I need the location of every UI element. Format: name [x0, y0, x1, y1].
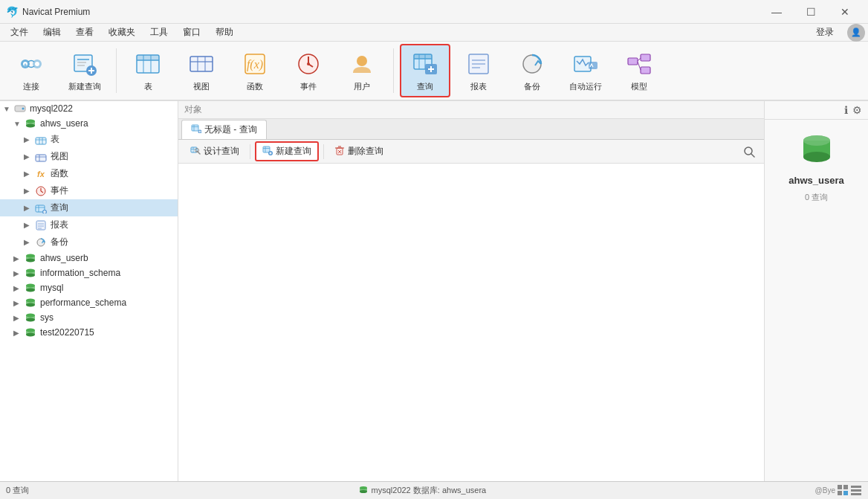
svg-point-74: [26, 259, 35, 263]
tree-label-info: information_schema: [40, 268, 175, 278]
func-icon: f(x): [240, 49, 270, 79]
tree-item-ahws-usera[interactable]: ▼ ahws_usera: [0, 116, 178, 131]
svg-rect-42: [628, 58, 638, 65]
toolbar-table-button[interactable]: 表: [123, 44, 173, 97]
db-count: 0 查询: [805, 192, 828, 203]
tree-item-table[interactable]: ▶ 表: [0, 131, 178, 148]
svg-rect-41: [589, 62, 597, 69]
svg-point-119: [360, 490, 367, 493]
toolbar-newquery-button[interactable]: 新建查询: [59, 44, 110, 97]
tree-item-backup[interactable]: ▶ 备份: [0, 234, 178, 251]
toolbar-event-button[interactable]: 事件: [283, 44, 334, 97]
app-title: Navicat Premium: [22, 7, 760, 17]
toolbar-auto-button[interactable]: 自动运行: [560, 44, 611, 97]
tab-notitle[interactable]: 无标题 - 查询: [181, 120, 267, 139]
svg-rect-16: [137, 55, 159, 60]
tree-item-func[interactable]: ▶ fx 函数: [0, 165, 178, 182]
tree-arrow-event: ▶: [24, 187, 34, 195]
tree-label-mysql: mysql: [40, 283, 175, 293]
folder-event-icon: [34, 186, 48, 196]
toolbar-user-button[interactable]: 用户: [337, 44, 387, 97]
tree-arrow-info: ▶: [13, 269, 24, 277]
tree-arrow-query: ▶: [24, 204, 34, 212]
tree-label-query: 查询: [51, 202, 175, 214]
grid-icon-1[interactable]: [837, 484, 849, 498]
db-icon-ahws-usera: [24, 118, 37, 129]
tree-label-report: 报表: [51, 219, 175, 231]
backup-icon: [517, 49, 547, 79]
tree-item-mysql2022[interactable]: ▼ mysql2022: [0, 101, 178, 116]
toolbar-auto-label: 自动运行: [569, 81, 602, 92]
tree-item-sys[interactable]: ▶ sys: [0, 310, 178, 325]
tree-item-perf-schema[interactable]: ▶ performance_schema: [0, 295, 178, 310]
minimize-button[interactable]: —: [760, 0, 794, 24]
folder-view-icon: [34, 152, 48, 162]
new-query-subtool-button[interactable]: 新建查询: [255, 141, 319, 161]
menu-item-favorites[interactable]: 收藏夹: [101, 25, 143, 40]
svg-rect-123: [843, 491, 848, 495]
folder-table-icon: [34, 135, 48, 145]
close-button[interactable]: ✕: [828, 0, 862, 24]
svg-point-3: [35, 62, 39, 66]
server-icon: [13, 103, 27, 114]
tree-item-test[interactable]: ▶ test20220715: [0, 325, 178, 340]
login-button[interactable]: 登录: [809, 25, 841, 40]
tree-label-event: 事件: [51, 184, 175, 197]
tree-item-event[interactable]: ▶ 事件: [0, 182, 178, 199]
menu-item-view[interactable]: 查看: [68, 25, 101, 40]
svg-rect-32: [414, 54, 432, 59]
design-query-button[interactable]: 设计查询: [184, 143, 245, 160]
sidebar: ▼ mysql2022 ▼ ahws_usera: [0, 101, 178, 481]
tree-item-query[interactable]: ▶ 查询: [0, 199, 178, 216]
toolbar-user-label: 用户: [354, 81, 370, 92]
main-area: ▼ mysql2022 ▼ ahws_usera: [0, 101, 868, 481]
menu-item-edit[interactable]: 编辑: [36, 25, 68, 40]
tree-item-ahws-userb[interactable]: ▶ ahws_userb: [0, 251, 178, 265]
toolbar-report-button[interactable]: 报表: [453, 44, 504, 97]
folder-func-icon: fx: [34, 169, 48, 179]
svg-rect-17: [190, 57, 213, 71]
db-icon-perf: [24, 297, 37, 308]
menu-item-tools[interactable]: 工具: [143, 25, 175, 40]
toolbar-newquery-label: 新建查询: [68, 81, 101, 92]
toolbar-connect-button[interactable]: + 连接: [6, 44, 56, 97]
menu-item-file[interactable]: 文件: [3, 25, 36, 40]
db-big-icon: [798, 132, 835, 169]
query-icon: [410, 49, 440, 79]
connect-icon: +: [16, 49, 46, 79]
tree-arrow-mysql2022: ▼: [3, 105, 13, 113]
status-right: mysql2022 数据库: ahws_usera: [358, 485, 487, 496]
db-icon-ahws-userb: [24, 253, 37, 263]
grid-icon-2[interactable]: [850, 484, 862, 498]
svg-rect-120: [838, 485, 842, 489]
folder-backup-icon: [34, 237, 48, 248]
toolbar-backup-button[interactable]: 备份: [507, 44, 557, 97]
subtoolbar: 设计查询 新建查询: [178, 140, 764, 164]
toolbar-query-button[interactable]: 查询: [400, 44, 450, 97]
toolbar-model-button[interactable]: 模型: [614, 44, 664, 97]
tree-item-mysql[interactable]: ▶ mysql: [0, 280, 178, 295]
search-icon[interactable]: [740, 143, 758, 161]
info-icon[interactable]: ℹ: [844, 104, 848, 116]
tree-item-information-schema[interactable]: ▶ information_schema: [0, 265, 178, 280]
tab-query-icon: [191, 124, 201, 135]
content-area: 对象 无标题 - 查询: [178, 101, 764, 481]
settings-icon[interactable]: ⚙: [852, 104, 862, 116]
maximize-button[interactable]: ☐: [794, 0, 828, 24]
tab-label: 无标题 - 查询: [204, 123, 257, 136]
tree-item-report[interactable]: ▶ 报表: [0, 216, 178, 234]
toolbar-table-label: 表: [144, 81, 152, 92]
svg-point-48: [22, 108, 25, 110]
toolbar-func-button[interactable]: f(x) 函数: [230, 44, 280, 97]
menu-item-help[interactable]: 帮助: [208, 25, 241, 40]
toolbar-backup-label: 备份: [524, 81, 540, 92]
tree-item-view[interactable]: ▶ 视图: [0, 148, 178, 165]
toolbar-view-button[interactable]: 视图: [176, 44, 227, 97]
menu-item-window[interactable]: 窗口: [175, 25, 208, 40]
toolbar-model-label: 模型: [631, 81, 647, 92]
toolbar: + 连接 新建查询: [0, 42, 868, 101]
delete-query-button[interactable]: 删除查询: [328, 143, 389, 160]
folder-report-icon: [34, 220, 48, 231]
tree-arrow-ahws-usera: ▼: [13, 120, 24, 128]
db-icon-mysql: [24, 283, 37, 293]
